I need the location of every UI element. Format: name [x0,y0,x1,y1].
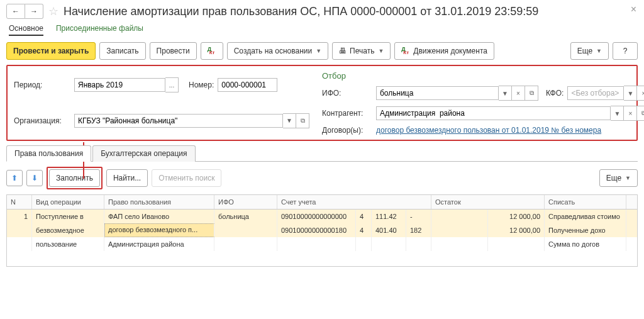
cell-op: пользование [32,237,104,251]
organization-input[interactable] [74,114,283,128]
movements-button[interactable]: Движения документа [394,42,494,60]
ifo-input[interactable] [376,86,499,100]
contragent-dropdown-button[interactable]: ▼ [611,106,624,121]
col-n[interactable]: N [7,195,32,209]
cell-ifo [214,237,277,251]
cell-c2: 401.40 [372,223,406,237]
cell-balance: 12 000,00 [488,210,545,223]
more-button[interactable]: Еще▼ [570,42,609,60]
favorite-star-icon[interactable]: ☆ [48,4,58,18]
print-button[interactable]: 🖶Печать▼ [332,42,391,60]
post-button[interactable]: Провести [150,42,197,60]
chevron-down-icon: ▼ [596,48,602,54]
kfo-dropdown-button[interactable]: ▼ [624,86,637,101]
table-row[interactable]: безвозмездноедоговор безвозмездного п...… [7,223,637,237]
ifo-label: ИФО: [322,89,372,98]
cell-n [7,237,32,251]
col-account[interactable]: Счет учета [277,195,431,209]
cell-ifo [214,223,277,237]
cell-right: Администрация района [104,237,214,251]
tab-usage-rights[interactable]: Права пользования [6,145,91,162]
header-filter-panel: Период: ... Номер: Организация: ▼ ⧉ Отбо… [6,65,638,141]
period-select-button[interactable]: ... [165,77,179,92]
move-down-button[interactable]: ⬇ [26,170,43,186]
cell-op: Поступление в [32,210,104,223]
cell-write: Полученные дохо [545,223,626,237]
col-operation[interactable]: Вид операции [32,195,104,209]
fill-button[interactable]: Заполнить [49,169,100,187]
cell-c1: 4 [356,223,372,237]
find-button[interactable]: Найти... [106,169,148,187]
ifo-open-button[interactable]: ⧉ [525,86,538,101]
chevron-down-icon: ▼ [378,48,384,54]
col-ifo[interactable]: ИФО [214,195,277,209]
data-grid: N Вид операции Право пользования ИФО Сче… [6,194,638,267]
cancel-find-button: Отменить поиск [152,169,221,187]
window-title: Начисление амортизации прав пользования … [64,5,538,18]
dkt-button[interactable] [201,42,223,60]
save-button[interactable]: Записать [99,42,145,60]
period-label: Период: [14,81,70,89]
dt-kt-icon [208,47,216,55]
contragent-open-button[interactable]: ⧉ [637,106,644,121]
contragent-label: Контрагент: [322,109,372,118]
cell-write: Сумма по догов [545,237,626,251]
kfo-input[interactable] [567,86,624,100]
table-row[interactable]: 1Поступление вФАП село Ивановобольница09… [7,210,637,223]
cell-c1 [356,237,372,251]
print-icon: 🖶 [339,47,347,55]
number-input[interactable] [218,78,277,92]
cell-c3: - [406,210,431,223]
organization-label: Организация: [14,116,70,125]
cell-c3 [406,237,431,251]
ifo-clear-button[interactable]: × [512,86,525,101]
move-up-button[interactable]: ⬆ [6,170,23,186]
cell-c1: 4 [356,210,372,223]
cell-write: Справедливая стоимо [545,210,626,223]
table-row[interactable]: пользованиеАдминистрация районаСумма по … [7,237,637,251]
nav-back-button[interactable]: ← [6,4,25,19]
create-based-button[interactable]: Создать на основании▼ [227,42,328,60]
cell-c3: 182 [406,223,431,237]
cell-c2: 111.42 [372,210,406,223]
period-input[interactable] [74,78,165,92]
cell-acct: 09010000000000180 [277,223,356,237]
arrow-down-icon: ⬇ [31,174,38,182]
help-button[interactable]: ? [613,42,638,60]
arrow-left-icon: ← [12,7,19,16]
cell-n [7,223,32,237]
col-write[interactable]: Списать [545,195,626,209]
organization-dropdown-button[interactable]: ▼ [283,113,296,128]
grid-more-button[interactable]: Еще▼ [599,169,638,187]
cell-right: договор безвозмездного п... [104,223,214,237]
number-label: Номер: [189,81,214,89]
subnav-attached-files[interactable]: Присоединенные файлы [56,24,143,36]
tab-accounting-operation[interactable]: Бухгалтерская операция [92,145,195,162]
contract-link[interactable]: договор безвозмездного пользован от 01.0… [376,126,601,135]
organization-open-button[interactable]: ⧉ [296,113,309,128]
close-button[interactable]: × [631,4,636,15]
ifo-dropdown-button[interactable]: ▼ [499,86,512,101]
cell-c2 [372,237,406,251]
cell-balance [488,237,545,251]
arrow-up-icon: ⬆ [11,174,18,182]
kfo-label: КФО: [546,89,564,98]
cell-op: безвозмездное [32,223,104,237]
arrow-right-icon: → [30,7,38,16]
kfo-clear-button[interactable]: × [637,86,644,101]
contragent-clear-button[interactable]: × [624,106,637,121]
dt-kt-icon [401,47,410,55]
col-balance[interactable]: Остаток [431,195,545,209]
cell-ifo: больница [214,210,277,223]
col-right[interactable]: Право пользования [104,195,214,209]
nav-forward-button[interactable]: → [25,4,43,19]
grid-header: N Вид операции Право пользования ИФО Сче… [7,194,637,210]
subnav-main[interactable]: Основное [9,24,43,36]
chevron-down-icon: ▼ [625,175,631,181]
cell [431,237,488,251]
cell [431,223,488,237]
contract-label: Договор(ы): [322,126,372,135]
contragent-input[interactable] [376,106,611,120]
post-and-close-button[interactable]: Провести и закрыть [6,42,96,60]
chevron-down-icon: ▼ [316,48,321,54]
